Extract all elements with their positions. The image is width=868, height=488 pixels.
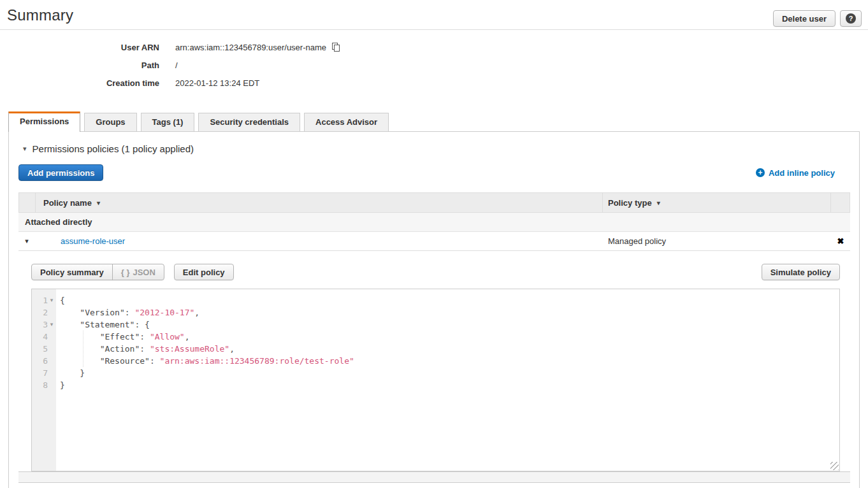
path-value: /: [175, 61, 178, 70]
fold-caret-icon[interactable]: ▾: [48, 319, 55, 331]
page-header: Summary Delete user ?: [0, 0, 868, 29]
policy-row: ▾ assume-role-user Managed policy ✖: [18, 232, 850, 251]
page-title: Summary: [7, 6, 73, 24]
creation-time-value: 2022-01-12 13:24 EDT: [175, 78, 259, 88]
policy-summary-button[interactable]: Policy summary: [31, 264, 113, 280]
tab-security-credentials[interactable]: Security credentials: [198, 113, 300, 131]
path-row: Path /: [0, 56, 868, 74]
policy-name-link[interactable]: assume-role-user: [61, 236, 125, 246]
code-line: "Statement": {: [60, 319, 839, 331]
editor-code[interactable]: { "Version": "2012-10-17", "Statement": …: [56, 289, 839, 471]
table-header-row: Policy name ▾ Policy type ▾: [18, 192, 850, 213]
policy-actions-row: Add permissions + Add inline policy: [18, 164, 850, 181]
tab-groups[interactable]: Groups: [84, 113, 136, 131]
code-line: {: [60, 294, 839, 306]
expand-caret-icon[interactable]: ▾: [25, 237, 29, 245]
tab-content-panel: ▾ Permissions policies (1 policy applied…: [8, 131, 860, 488]
table-footer-strip: [18, 471, 850, 483]
permissions-policies-heading: Permissions policies (1 policy applied): [33, 143, 194, 154]
add-permissions-button[interactable]: Add permissions: [18, 164, 103, 181]
creation-time-label: Creation time: [0, 78, 159, 88]
plus-icon: +: [756, 168, 765, 177]
policy-table: Policy name ▾ Policy type ▾ Attached dir…: [18, 192, 850, 471]
attached-directly-group-row: Attached directly: [18, 213, 850, 232]
code-line: }: [60, 367, 839, 379]
edit-policy-button[interactable]: Edit policy: [174, 264, 234, 280]
tab-tags[interactable]: Tags (1): [141, 113, 195, 131]
braces-icon: { }: [121, 268, 130, 277]
line-number: 3▾: [32, 319, 56, 331]
line-number: 8: [32, 379, 56, 391]
json-view-button[interactable]: { } JSON: [112, 264, 164, 280]
line-number: 4: [32, 331, 56, 343]
help-icon: ?: [846, 13, 856, 24]
action-column-header: [830, 193, 850, 212]
add-inline-policy-link[interactable]: + Add inline policy: [756, 168, 835, 178]
code-line: }: [60, 379, 839, 391]
permissions-policies-header: ▾ Permissions policies (1 policy applied…: [9, 132, 859, 154]
tab-permissions[interactable]: Permissions: [8, 111, 80, 132]
user-arn-row: User ARN arn:aws:iam::123456789:user/use…: [0, 38, 868, 56]
fold-caret-icon[interactable]: ▾: [48, 294, 55, 306]
tab-access-advisor[interactable]: Access Advisor: [304, 113, 389, 131]
delete-user-button[interactable]: Delete user: [773, 10, 835, 27]
expand-column-header: [19, 193, 36, 212]
add-inline-policy-label: Add inline policy: [769, 168, 835, 178]
resize-handle-icon[interactable]: [830, 462, 839, 470]
code-line: "Version": "2012-10-17",: [60, 306, 839, 319]
line-number: 2: [32, 306, 56, 319]
code-line: "Effect": "Allow",: [60, 331, 839, 343]
creation-time-row: Creation time 2022-01-12 13:24 EDT: [0, 74, 868, 92]
policy-type-value: Managed policy: [603, 236, 831, 246]
code-line: "Action": "sts:AssumeRole",: [60, 343, 839, 355]
user-arn-value: arn:aws:iam::123456789:user/user-name: [175, 43, 326, 52]
line-number: 6: [32, 355, 56, 367]
code-line: "Resource": "arn:aws:iam::123456789:role…: [60, 355, 839, 367]
line-number: 5: [32, 343, 56, 355]
user-arn-label: User ARN: [0, 43, 159, 52]
policy-type-column-header[interactable]: Policy type ▾: [602, 193, 830, 212]
line-number: 1▾: [32, 294, 56, 306]
sort-caret-icon[interactable]: ▾: [97, 199, 100, 206]
path-label: Path: [0, 61, 159, 70]
line-number: 7: [32, 367, 56, 379]
help-button[interactable]: ?: [840, 10, 862, 27]
editor-gutter: 1▾23▾45678: [32, 289, 56, 471]
policy-name-column-header[interactable]: Policy name ▾: [36, 193, 602, 212]
tab-bar: Permissions Groups Tags (1) Security cre…: [0, 111, 868, 131]
copy-icon[interactable]: [331, 43, 340, 52]
json-policy-editor[interactable]: 1▾23▾45678 { "Version": "2012-10-17", "S…: [31, 289, 840, 471]
indent-guide: [83, 331, 83, 367]
header-actions: Delete user ?: [773, 6, 862, 27]
remove-policy-icon[interactable]: ✖: [837, 237, 844, 245]
simulate-policy-button[interactable]: Simulate policy: [762, 264, 840, 280]
sort-caret-icon[interactable]: ▾: [657, 199, 660, 206]
policy-view-toolbar: Policy summary { } JSON Edit policy Simu…: [31, 264, 840, 280]
collapse-caret-icon[interactable]: ▾: [23, 145, 27, 152]
policy-detail-panel: Policy summary { } JSON Edit policy Simu…: [18, 251, 850, 471]
user-details: User ARN arn:aws:iam::123456789:user/use…: [0, 30, 868, 101]
